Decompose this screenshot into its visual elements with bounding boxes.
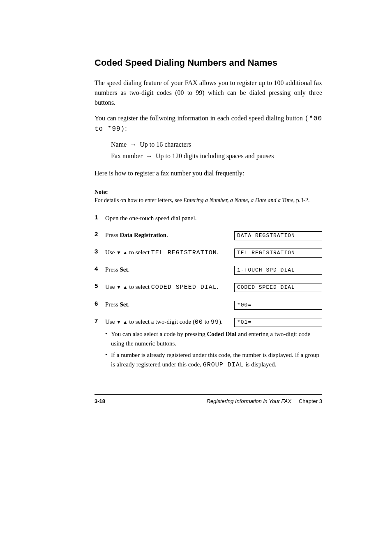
lcd-display: *01= [234,318,322,327]
step-number: 5 [95,282,105,289]
step-text: Use ▼ ▲ to select TEL REGISTRATION. [105,248,218,258]
step-bold: Set [120,266,128,273]
step-text-after: . [128,266,129,273]
param-name-detail: Up to 16 characters [140,141,191,148]
bullet-item: • If a number is already registered unde… [105,350,322,370]
param-name-line: Name → Up to 16 characters [111,140,322,150]
step: 3 Use ▼ ▲ to select TEL REGISTRATION. TE… [95,248,322,258]
bullet-item: • You can also select a code by pressing… [105,329,322,348]
footer-chapter-prefix: Registering Information in Your FAX [207,398,291,404]
param-fax-label: Fax number [111,152,143,159]
footer-chapter-suffix: Chapter 3 [299,398,322,404]
step: 4 Press Set. 1-TOUCH SPD DIAL [95,265,322,275]
step-text-before: Press [105,301,120,308]
step-text-before: Press [105,232,120,238]
bullet-dot-icon: • [105,350,111,359]
display-column: TEL REGISTRATION [234,248,322,258]
bullet2-mono: GROUP DIAL [203,362,244,368]
lcd-display: DATA REGSTRATION [234,231,322,240]
step-text: Use ▼ ▲ to select a two-digit code (00 t… [105,317,223,327]
step-body: 1 Open the one-touch speed dial panel. [95,214,234,223]
intro-paragraph-1: The speed dialing feature of your FAX al… [95,78,322,108]
triangle-up-icon: ▲ [123,284,128,290]
step-text-after: . [128,301,129,308]
step-body: 7 Use ▼ ▲ to select a two-digit code (00… [95,317,234,327]
step-text-before: Use [105,318,116,325]
step-mono: TEL REGISTRATION [151,249,217,256]
step-text-mid: to select [128,283,151,290]
bullet-dot-icon: • [105,329,111,338]
step-bold: Data Registration [120,232,166,238]
triangle-down-icon: ▼ [116,319,121,325]
note-label: Note: [95,189,322,196]
step: 5 Use ▼ ▲ to select CODED SPEED DIAL. CO… [95,282,322,292]
document-page: Coded Speed Dialing Numbers and Names Th… [0,0,392,555]
step-number: 4 [95,265,105,272]
step-text: Press Set. [105,300,129,309]
triangle-down-icon: ▼ [116,250,121,256]
param-fax-detail: Up to 120 digits including spaces and pa… [156,152,274,159]
step-text-before: Use [105,283,116,290]
step-body: 6 Press Set. [95,300,234,309]
bullet-prefix: You can also select a code by pressing [111,331,207,337]
footer-divider [95,394,322,395]
step-text-after: . [217,283,219,290]
step-text: Open the one-touch speed dial panel. [105,214,196,223]
lcd-display: CODED SPEED DIAL [234,283,322,292]
step: 6 Press Set. *00= [95,300,322,310]
intro-p2-suffix: : [125,125,127,132]
step-text-mid: to select a two-digit code ( [128,318,195,325]
page-number: 3-18 [95,398,105,404]
param-fax-line: Fax number → Up to 120 digits including … [111,151,322,161]
step-mono: 00 [195,319,203,326]
bullet2-suffix: is displayed. [244,361,277,368]
intro-p2-prefix: You can register the follwoing informati… [95,115,305,122]
step-number: 3 [95,248,105,255]
step-text: Press Data Registration. [105,230,168,240]
triangle-up-icon: ▲ [123,319,128,325]
step-7-bullets: • You can also select a code by pressing… [105,329,322,370]
step: 1 Open the one-touch speed dial panel. [95,214,322,223]
step-text-after: . [217,249,219,256]
step: 7 Use ▼ ▲ to select a two-digit code (00… [95,317,322,327]
intro-block: The speed dialing feature of your FAX al… [95,78,322,178]
step-text-before: Use [105,249,116,256]
howto-text: Here is how to register a fax number you… [95,168,322,178]
step-body: 2 Press Data Registration. [95,230,234,240]
note-block: Note: For details on how to enter letter… [95,189,322,205]
step-text-before: Press [105,266,120,273]
step-text-mid: to select [128,249,151,256]
steps-list: 1 Open the one-touch speed dial panel. 2… [95,214,322,370]
lcd-display: *00= [234,301,322,310]
step-bold: Set [120,301,128,308]
footer-chapter: Registering Information in Your FAX Chap… [207,398,322,404]
note-text-prefix: For details on how to enter letters, see [95,197,184,203]
lcd-display: TEL REGISTRATION [234,249,322,258]
display-column: 1-TOUCH SPD DIAL [234,265,322,275]
bullet-text: If a number is already registered under … [111,350,322,370]
step-body: 5 Use ▼ ▲ to select CODED SPEED DIAL. [95,282,234,292]
note-text: For details on how to enter letters, see… [95,196,322,205]
triangle-down-icon: ▼ [116,284,121,290]
arrow-right-icon: → [130,141,136,148]
triangle-up-icon: ▲ [123,250,128,256]
display-column: DATA REGSTRATION [234,230,322,240]
note-text-suffix: , p.3-2. [293,197,310,203]
step-text-mid2: to [203,318,211,325]
bullet-bold: Coded Dial [207,331,236,337]
page-footer: 3-18 Registering Information in Your FAX… [95,398,322,404]
param-name-label: Name [111,141,127,148]
step-number: 6 [95,300,105,307]
step-text-after: . [166,232,168,238]
display-column: CODED SPEED DIAL [234,282,322,292]
step-text-after: ). [219,318,223,325]
lcd-display: 1-TOUCH SPD DIAL [234,266,322,275]
step-text: Press Set. [105,265,129,274]
step: 2 Press Data Registration. DATA REGSTRAT… [95,230,322,240]
section-title: Coded Speed Dialing Numbers and Names [95,58,322,68]
step-mono: CODED SPEED DIAL [151,284,217,291]
display-column: *01= [234,317,322,327]
step-text: Use ▼ ▲ to select CODED SPEED DIAL. [105,282,218,292]
step-number: 1 [95,214,105,221]
intro-paragraph-2: You can register the follwoing informati… [95,113,322,134]
